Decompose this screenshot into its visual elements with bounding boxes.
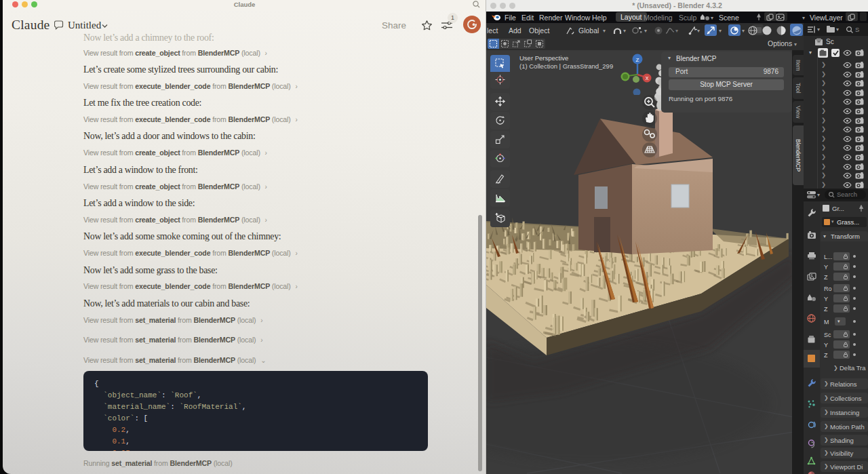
svg-text:Z: Z xyxy=(636,57,639,63)
svg-text:X: X xyxy=(646,76,649,81)
